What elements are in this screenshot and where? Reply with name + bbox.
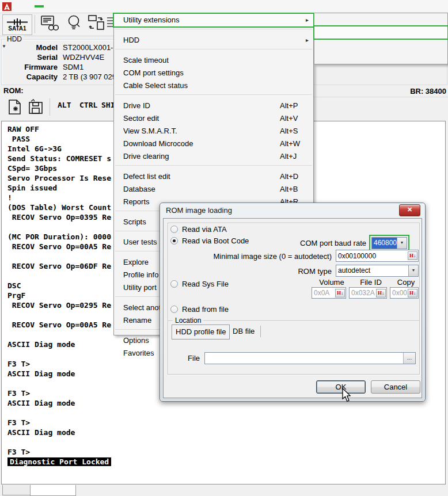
radio-label: Read via Boot Code	[182, 236, 249, 245]
hex-toggle-icon[interactable]: H↓	[335, 289, 345, 297]
data-transfer-button[interactable]	[88, 14, 105, 32]
menu-item-shortcut: Alt+V	[280, 112, 309, 125]
submenu-item[interactable]	[314, 14, 447, 26]
terminal-line	[7, 408, 445, 418]
terminal-line-text: !	[7, 193, 12, 202]
lamp-icon-button[interactable]	[66, 14, 81, 32]
hex-toggle-icon[interactable]: H↓	[408, 251, 417, 260]
menu-item-shortcut: Alt+B	[280, 183, 309, 196]
menu-item[interactable]: ▸	[114, 92, 313, 100]
menu-item-label: Database	[123, 183, 280, 196]
terminal-line-text: RECOV Servo Op=0395 Re	[7, 213, 111, 222]
bottom-tab[interactable]	[30, 485, 76, 496]
menu-item-shortcut: Alt+P	[280, 100, 309, 112]
rom-type-combobox[interactable]: autodetect ▼	[336, 265, 419, 277]
menubar	[0, 0, 448, 13]
menu-item-label: Drive clearing	[123, 150, 280, 163]
save-rom-image-button[interactable]	[28, 99, 44, 115]
hdd-field-label: Capacity	[0, 72, 58, 82]
tab-hdd-profile-file[interactable]: HDD profile file	[172, 325, 230, 339]
file-id-input[interactable]: 0x032A H↓	[349, 287, 387, 299]
baud-rate-combobox[interactable]: 460800 ▼	[371, 237, 407, 249]
terminal-line-text: RAW OFF	[7, 125, 39, 133]
test-selection-button[interactable]	[40, 14, 59, 32]
terminal-line-text: RECOV Servo Op=0295 Re	[7, 301, 111, 310]
ctrl-key-button[interactable]: CTRL	[79, 101, 97, 109]
file-path-input[interactable]: ...	[204, 352, 416, 364]
menu-item-shortcut	[274, 34, 303, 47]
chevron-down-icon[interactable]: ▼	[397, 238, 407, 249]
menu-item-label: COM port settings	[123, 67, 280, 79]
volume-input[interactable]: 0x0A H↓	[312, 287, 346, 299]
hex-toggle-icon[interactable]: H↓	[376, 289, 386, 297]
dialog-title: ROM image loading	[166, 205, 232, 216]
terminal-line-text: DSC	[7, 281, 21, 290]
menu-item-label: Defect list edit	[123, 170, 280, 183]
menu-item[interactable]: Drive clearing Alt+J ▸	[114, 150, 313, 163]
rom-type-label: ROM type	[164, 267, 332, 276]
menu-item[interactable]: COM port settings ▸	[114, 67, 313, 79]
submenu-item[interactable]	[314, 39, 447, 51]
radio-read-via-ata[interactable]: Read via ATA	[170, 225, 227, 234]
terminal-line-text: ASCII Diag mode	[7, 340, 75, 349]
terminal-line-text: ASCII Diag mode	[7, 399, 75, 407]
browse-icon[interactable]: ...	[403, 353, 415, 364]
alt-key-button[interactable]: ALT	[58, 101, 71, 109]
cancel-button[interactable]: Cancel	[371, 380, 420, 394]
ok-button[interactable]: OK	[316, 380, 366, 394]
copy-input[interactable]: 0x00 H↓	[390, 287, 419, 299]
tab-db-file[interactable]: DB file	[227, 326, 261, 337]
menu-item[interactable]: Scale timeout ▸	[114, 54, 313, 67]
terminal-line-text: F3 T>	[7, 389, 30, 398]
menu-item[interactable]: Download Microcode Alt+W ▸	[114, 138, 313, 150]
menu-item[interactable]: View S.M.A.R.T. Alt+S ▸	[114, 125, 313, 138]
copy-value: 0x00	[390, 289, 408, 297]
radio-circle-icon	[170, 226, 178, 233]
terminal-line-text: Diagnostic Port Locked	[7, 457, 111, 466]
menu-item[interactable]: ▸	[114, 47, 313, 54]
hdd-field-value: WDZHVV4E	[58, 52, 104, 62]
menu-item[interactable]: Utility extensions ▸	[114, 14, 313, 26]
menu-item-label: View S.M.A.R.T.	[123, 125, 280, 138]
bottom-tab[interactable]	[2, 485, 31, 495]
submenu-item[interactable]	[314, 51, 447, 63]
submenu-item[interactable]	[314, 26, 447, 39]
new-rom-image-button[interactable]	[7, 99, 23, 115]
chevron-down-icon[interactable]: ▼	[408, 265, 418, 276]
location-group-title: Location	[173, 316, 203, 325]
menu-item[interactable]: Defect list edit Alt+D ▸	[114, 170, 313, 183]
menu-item-shortcut: Alt+D	[280, 170, 309, 183]
menu-item[interactable]: Drive ID Alt+P ▸	[114, 100, 313, 112]
close-icon[interactable]: ✕	[399, 204, 420, 216]
min-image-size-input[interactable]: 0x00100000 H↓	[336, 250, 419, 262]
radio-read-via-boot-code[interactable]: Read via Boot Code	[170, 236, 249, 245]
terminal-line-text: Servo Processor Is Rese	[7, 174, 111, 182]
menu-item[interactable]: ▸	[114, 26, 313, 34]
baud-rate-value: 460800	[372, 238, 397, 249]
radio-label: Read from file	[182, 305, 229, 314]
menu-item[interactable]: Cable Select status ▸	[114, 79, 313, 92]
terminal-line-text: F3 T>	[7, 360, 30, 368]
rom-image-loading-dialog: ROM image loading ✕ Read via ATA Read vi…	[160, 203, 426, 402]
hex-toggle-icon[interactable]: H↓	[408, 289, 417, 297]
radio-read-sys-file[interactable]: Read Sys File	[170, 280, 229, 288]
menu-item-label: Download Microcode	[123, 138, 280, 150]
menu-item[interactable]: Database Alt+B ▸	[114, 183, 313, 196]
menu-item[interactable]: ▸	[114, 163, 313, 170]
menu-item-shortcut	[280, 79, 309, 92]
menu-item[interactable]: HDD ▸	[114, 34, 313, 47]
menu-item-label: Sector edit	[123, 112, 280, 125]
terminal-line	[7, 437, 445, 447]
modem-icon[interactable]	[107, 14, 113, 29]
rom-section-label: ROM:	[3, 86, 24, 95]
submenu-arrow-icon: ▸	[303, 14, 309, 26]
radio-circle-selected-icon	[170, 237, 178, 245]
baud-rate-status: BR: 38400	[410, 87, 446, 96]
menu-item-label: HDD	[123, 34, 274, 47]
file-path-value	[205, 353, 403, 364]
terminal-line-text: F3 T>	[7, 448, 30, 456]
menu-item[interactable]: Sector edit Alt+V ▸	[114, 112, 313, 125]
sata-port-button[interactable]: SATA1	[2, 14, 32, 35]
radio-read-from-file[interactable]: Read from file	[170, 305, 229, 314]
radio-circle-icon	[170, 306, 178, 313]
